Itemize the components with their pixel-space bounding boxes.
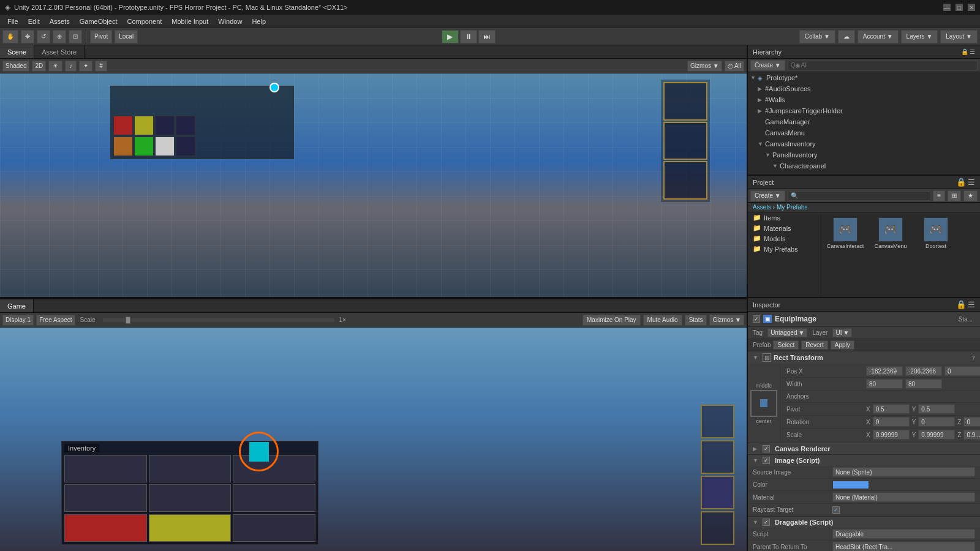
display-dropdown[interactable]: Display 1: [2, 315, 34, 326]
mute-audio-btn[interactable]: Mute Audio: [643, 315, 682, 326]
maximize-on-play-btn[interactable]: Maximize On Play: [582, 315, 641, 326]
project-search[interactable]: [788, 191, 930, 201]
project-folder-myprefabs[interactable]: 📁 My Prefabs: [748, 244, 821, 254]
material-input[interactable]: [832, 492, 975, 502]
lighting-btn[interactable]: ☀: [48, 61, 62, 72]
object-active-checkbox[interactable]: ✓: [753, 315, 760, 323]
tool-rotate[interactable]: ↺: [37, 30, 50, 43]
shaded-dropdown[interactable]: Shaded: [2, 61, 29, 72]
game-gizmos-dropdown[interactable]: Gizmos ▼: [709, 315, 744, 326]
source-image-input[interactable]: [832, 467, 975, 477]
anchor-bm[interactable]: [760, 408, 768, 416]
rt-width-input[interactable]: [866, 379, 903, 389]
aspect-dropdown[interactable]: Free Aspect: [36, 315, 75, 326]
project-item-doortest[interactable]: 🎮 Doortest: [914, 215, 957, 252]
tool-move[interactable]: ✥: [21, 30, 34, 43]
rt-rotz-input[interactable]: [963, 417, 980, 427]
tree-item-gamemanager[interactable]: GameManager: [748, 116, 980, 127]
menu-assets[interactable]: Assets: [45, 17, 75, 26]
rt-scaley-input[interactable]: [918, 430, 955, 440]
project-grid-btn[interactable]: ⊞: [948, 190, 961, 201]
project-star-btn[interactable]: ★: [963, 190, 978, 201]
menu-mobile-input[interactable]: Mobile Input: [167, 17, 213, 26]
menu-window[interactable]: Window: [213, 17, 247, 26]
project-lock-btn[interactable]: 🔒: [956, 178, 967, 187]
rt-rotx-input[interactable]: [873, 417, 910, 427]
pivot-toggle[interactable]: Pivot: [90, 30, 112, 43]
gizmos-dropdown[interactable]: Gizmos ▼: [687, 61, 722, 72]
anchor-mm[interactable]: [760, 399, 768, 407]
inspector-menu-btn[interactable]: ☰: [968, 300, 975, 309]
close-button[interactable]: ✕: [968, 4, 975, 11]
layout-button[interactable]: Layout ▼: [940, 30, 978, 43]
project-list-btn[interactable]: ≡: [933, 190, 945, 201]
anchor-tr[interactable]: [768, 391, 776, 399]
cloud-button[interactable]: ☁: [838, 30, 855, 43]
menu-gameobject[interactable]: GameObject: [75, 17, 123, 26]
image-script-checkbox[interactable]: ✓: [763, 457, 770, 464]
tab-game[interactable]: Game: [0, 299, 34, 312]
anchor-grid[interactable]: [750, 390, 777, 417]
tree-item-audiosources[interactable]: ▶ #AudioSources: [748, 83, 980, 94]
stats-btn[interactable]: Stats: [685, 315, 707, 326]
color-picker[interactable]: [832, 481, 869, 489]
collab-button[interactable]: Collab ▼: [799, 30, 835, 43]
tool-hand[interactable]: ✋: [2, 30, 18, 43]
hierarchy-create-btn[interactable]: Create ▼: [750, 60, 785, 71]
local-toggle[interactable]: Local: [115, 30, 138, 43]
layer-dropdown[interactable]: UI ▼: [832, 328, 852, 337]
tree-item-prototype[interactable]: ▼ ◈ Prototype*: [748, 72, 980, 83]
image-script-header[interactable]: ▼ ✓ Image (Script): [748, 455, 980, 466]
project-folder-materials[interactable]: 📁 Materials: [748, 223, 821, 233]
anchor-tm[interactable]: [760, 391, 768, 399]
prefab-select-btn[interactable]: Select: [773, 340, 799, 350]
layers-button[interactable]: Layers ▼: [901, 30, 938, 43]
anchor-ml[interactable]: [752, 399, 760, 407]
rt-posz-input[interactable]: [944, 366, 980, 376]
project-folder-items[interactable]: 📁 Items: [748, 212, 821, 223]
account-button[interactable]: Account ▼: [858, 30, 899, 43]
play-button[interactable]: ▶: [442, 30, 459, 43]
rt-scalez-input[interactable]: [963, 430, 980, 440]
effects-btn[interactable]: ✦: [79, 61, 92, 72]
draggable-script-input[interactable]: [832, 529, 975, 539]
tree-item-canvasinventory[interactable]: ▼ CanvasInventory: [748, 138, 980, 149]
tree-item-characterpanel[interactable]: ▼ Characterpanel: [748, 160, 980, 171]
tree-item-walls[interactable]: ▶ #Walls: [748, 94, 980, 105]
tree-item-jumpscares[interactable]: ▶ #JumpscareTriggerHolder: [748, 105, 980, 116]
draggable-checkbox[interactable]: ✓: [763, 519, 770, 526]
tree-item-canvasmenu[interactable]: CanvasMenu: [748, 127, 980, 138]
hierarchy-menu-btn[interactable]: ☰: [970, 48, 975, 55]
anchor-br[interactable]: [768, 408, 776, 416]
rt-roty-input[interactable]: [918, 417, 955, 427]
raycast-checkbox[interactable]: [832, 506, 840, 514]
scene-canvas[interactable]: [0, 73, 747, 297]
hierarchy-lock-btn[interactable]: 🔒: [961, 48, 968, 55]
grid-btn[interactable]: #: [95, 61, 107, 72]
rt-options[interactable]: ?: [972, 354, 975, 361]
hierarchy-search[interactable]: [788, 61, 978, 70]
project-folder-models[interactable]: 📁 Models: [748, 233, 821, 244]
tool-rect[interactable]: ⊡: [69, 30, 82, 43]
tag-dropdown[interactable]: Untagged ▼: [767, 328, 807, 337]
menu-help[interactable]: Help: [247, 17, 271, 26]
audio-btn[interactable]: ♪: [65, 61, 77, 72]
search-all[interactable]: ◎ All: [725, 61, 744, 72]
pause-button[interactable]: ⏸: [460, 30, 477, 43]
canvas-renderer-header[interactable]: ▶ ✓ Canvas Renderer: [748, 443, 980, 454]
prefab-apply-btn[interactable]: Apply: [831, 340, 854, 350]
project-menu-btn[interactable]: ☰: [968, 178, 975, 187]
rt-posy-input[interactable]: [905, 366, 942, 376]
menu-component[interactable]: Component: [122, 17, 167, 26]
tab-asset-store[interactable]: Asset Store: [34, 45, 85, 58]
rect-transform-header[interactable]: ▼ ⊞ Rect Transform ?: [748, 351, 980, 364]
menu-edit[interactable]: Edit: [23, 17, 45, 26]
inspector-lock-btn[interactable]: 🔒: [956, 300, 967, 309]
project-item-canvasmenu[interactable]: 🎮 CanvasMenu: [869, 215, 912, 252]
project-create-btn[interactable]: Create ▼: [750, 190, 785, 201]
anchor-bl[interactable]: [752, 408, 760, 416]
tree-item-panelinventory[interactable]: ▼ PanelInventory: [748, 149, 980, 160]
maximize-button[interactable]: □: [956, 4, 963, 11]
step-button[interactable]: ⏭: [478, 30, 496, 43]
parent-return-input[interactable]: [832, 542, 975, 551]
